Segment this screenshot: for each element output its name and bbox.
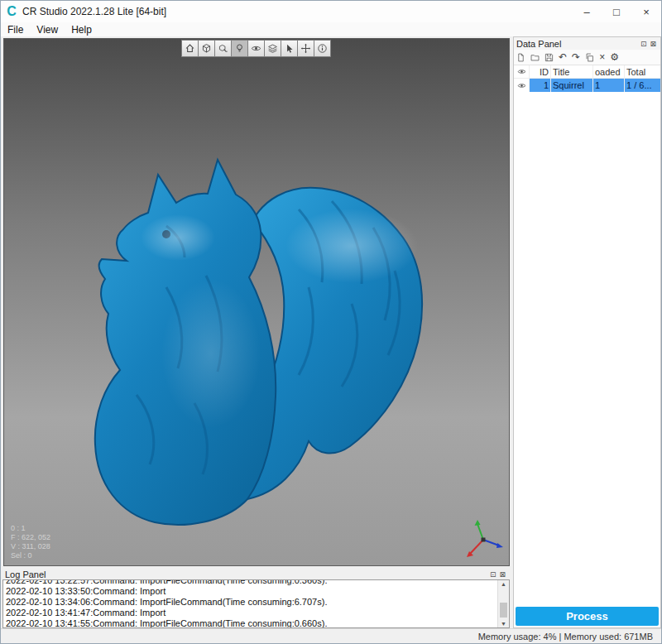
copy-button[interactable] — [585, 53, 594, 62]
loaded-column-header: oaded — [592, 65, 624, 78]
viewport-stats: 0 : 1 F : 622, 052 V : 311, 028 Sel : 0 — [11, 524, 50, 560]
stat-objects: 0 : 1 — [11, 524, 50, 533]
log-line: 2022-02-10 13:41:47:Command: Import — [6, 608, 506, 618]
log-panel-float-icon[interactable]: ⊡ — [490, 570, 498, 579]
new-file-icon — [516, 53, 525, 62]
id-column-header: ID — [529, 65, 550, 78]
app-logo-icon: C — [1, 4, 22, 19]
save-icon — [544, 53, 554, 62]
open-folder-icon — [530, 53, 540, 62]
row-title[interactable]: Squirrel — [550, 79, 592, 92]
app-window: C CR Studio 2022.1.28 Lite [64-bit] – □ … — [0, 0, 662, 644]
home-view-button[interactable] — [181, 40, 199, 57]
move-icon — [300, 43, 311, 54]
row-total[interactable]: 1 / 6... — [624, 79, 660, 92]
memory-status: Memory usage: 4% | Memory used: 671MB — [478, 632, 653, 642]
menu-file[interactable]: File — [1, 24, 30, 36]
row-loaded[interactable]: 1 — [592, 79, 624, 92]
menu-bar: File View Help — [1, 22, 661, 36]
minimize-button[interactable]: – — [572, 1, 602, 22]
layers-icon — [267, 43, 278, 54]
move-tool-button[interactable] — [297, 40, 314, 57]
axis-gizmo[interactable] — [461, 517, 507, 564]
data-panel-toolbar: ↶ ↷ × ⚙ — [514, 50, 660, 65]
menu-help[interactable]: Help — [65, 24, 98, 36]
save-button[interactable] — [544, 53, 554, 62]
viewport-toolbar — [182, 40, 331, 57]
lightbulb-icon — [234, 43, 245, 54]
log-panel-close-icon[interactable]: ⊠ — [499, 570, 507, 579]
viewport-3d[interactable]: 0 : 1 F : 622, 052 V : 311, 028 Sel : 0 — [3, 38, 510, 566]
data-panel-float-icon[interactable]: ⊡ — [640, 40, 649, 48]
status-bar: Memory usage: 4% | Memory used: 671MB — [1, 628, 661, 643]
open-file-button[interactable] — [530, 53, 540, 62]
log-scrollbar[interactable]: ▲ ▼ — [497, 580, 509, 627]
log-line: 2022-02-10 13:22:57:Command: ImportFileC… — [6, 579, 506, 586]
row-visibility-toggle[interactable] — [514, 79, 529, 92]
total-column-header: Total — [624, 65, 660, 78]
data-panel: Data Panel ⊡ ⊠ ↶ ↷ × ⚙ ID Title oaded To… — [513, 36, 661, 628]
window-title: CR Studio 2022.1.28 Lite [64-bit] — [22, 6, 166, 17]
new-file-button[interactable] — [516, 53, 525, 62]
log-line: 2022-02-10 13:41:55:Command: ImportFileC… — [6, 618, 506, 628]
mesh-edit-button[interactable] — [214, 40, 232, 57]
title-column-header: Title — [550, 65, 592, 78]
cube-edit-icon — [218, 43, 228, 54]
row-id[interactable]: 1 — [529, 79, 550, 92]
log-panel-titlebar: Log Panel ⊡ ⊠ — [2, 569, 510, 579]
light-toggle-button[interactable] — [231, 40, 248, 57]
table-row[interactable]: 1 Squirrel 1 1 / 6... — [514, 79, 660, 92]
close-button[interactable]: × — [631, 1, 661, 22]
undo-button[interactable]: ↶ — [559, 52, 567, 62]
stat-faces: F : 622, 052 — [11, 533, 50, 542]
stat-selection: Sel : 0 — [11, 551, 50, 560]
log-panel-title: Log Panel — [5, 570, 46, 579]
log-content: 2022-02-10 13:22:57:Command: ImportFileC… — [2, 579, 510, 628]
data-panel-close-icon[interactable]: ⊠ — [650, 40, 658, 48]
copy-icon — [585, 53, 594, 62]
cube-icon — [201, 43, 212, 54]
info-button[interactable] — [314, 40, 331, 57]
data-panel-title: Data Panel — [516, 39, 561, 49]
log-line: 2022-02-10 13:33:50:Command: Import — [6, 586, 506, 597]
scroll-thumb[interactable] — [500, 603, 507, 618]
table-header-row: ID Title oaded Total — [514, 65, 660, 79]
layers-button[interactable] — [264, 40, 281, 57]
scroll-up-icon[interactable]: ▲ — [498, 581, 509, 587]
data-panel-titlebar: Data Panel ⊡ ⊠ — [514, 37, 660, 50]
eye-icon — [517, 67, 526, 76]
visibility-column-header — [514, 65, 529, 78]
cursor-icon — [284, 43, 295, 54]
maximize-button[interactable]: □ — [602, 1, 631, 22]
eye-icon — [251, 43, 261, 54]
delete-button[interactable]: × — [599, 52, 605, 62]
menu-view[interactable]: View — [30, 24, 65, 36]
scroll-down-icon[interactable]: ▼ — [498, 621, 509, 627]
squirrel-model — [4, 39, 510, 566]
settings-button[interactable]: ⚙ — [610, 52, 619, 62]
process-button[interactable]: Process — [516, 607, 659, 626]
redo-button[interactable]: ↷ — [572, 52, 580, 62]
log-line: 2022-02-10 13:34:06:Command: ImportFileC… — [6, 597, 506, 608]
visibility-button[interactable] — [247, 40, 265, 57]
home-icon — [185, 43, 195, 54]
window-controls: – □ × — [572, 1, 661, 22]
log-panel: Log Panel ⊡ ⊠ 2022-02-10 13:22:57:Comman… — [2, 569, 510, 628]
eye-icon — [517, 81, 526, 90]
title-bar: C CR Studio 2022.1.28 Lite [64-bit] – □ … — [1, 1, 661, 22]
select-tool-button[interactable] — [281, 40, 298, 57]
info-icon — [317, 43, 328, 54]
stat-vertices: V : 311, 028 — [11, 542, 50, 551]
scan-view-button[interactable] — [198, 40, 215, 57]
